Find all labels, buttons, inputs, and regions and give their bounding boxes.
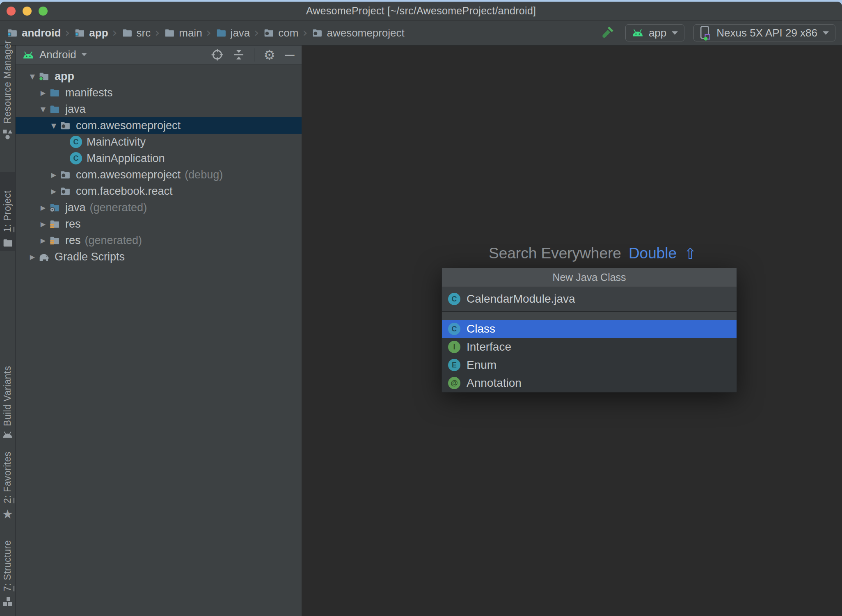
tool-window-tab-project[interactable]: 1: Project <box>0 172 15 251</box>
window-title: AwesomeProject [~/src/AwesomeProject/and… <box>306 5 536 17</box>
kind-list-item[interactable]: E Enum <box>442 356 737 374</box>
breadcrumb-separator-icon: › <box>302 27 307 39</box>
kind-label: Interface <box>467 340 511 354</box>
project-tool-window: Android ⚙ — ▼ app ▶ manifests ▼ java <box>16 46 302 616</box>
close-window-button[interactable] <box>7 7 16 16</box>
folder-module-icon <box>74 27 85 39</box>
tree-row[interactable]: ▶ com.facebook.react <box>16 183 302 199</box>
folder-gray-icon <box>121 27 133 39</box>
resource-manager-icon <box>2 129 13 140</box>
tool-window-stripe: Resource Manager1: ProjectBuild Variants… <box>0 46 16 616</box>
expand-arrow-icon[interactable]: ▶ <box>38 237 48 244</box>
class-name-input[interactable]: C CalendarModule.java <box>442 287 737 312</box>
navigation-bar: android › app › src › main › java › com … <box>0 21 842 46</box>
locate-file-icon[interactable] <box>211 48 224 61</box>
tab-label: 2: Favorites <box>2 452 13 503</box>
run-configuration-dropdown[interactable]: app <box>625 24 684 41</box>
breadcrumb-label: com <box>278 27 298 39</box>
expand-arrow-icon[interactable]: ▼ <box>27 73 38 80</box>
zoom-window-button[interactable] <box>39 7 48 16</box>
folder-app-icon <box>38 70 50 82</box>
tree-row[interactable]: C MainApplication <box>16 150 302 167</box>
project-folder-icon <box>2 237 14 249</box>
tree-row[interactable]: ▶ Gradle Scripts <box>16 249 302 265</box>
expand-arrow-icon[interactable]: ▶ <box>48 187 59 195</box>
run-configuration-label: app <box>649 27 666 39</box>
expand-arrow-icon[interactable]: ▼ <box>38 105 48 113</box>
tree-row[interactable]: C MainActivity <box>16 134 302 150</box>
project-view-selector[interactable]: Android <box>39 48 76 61</box>
package-icon <box>311 27 323 39</box>
kind-list-item[interactable]: C Class <box>442 320 737 338</box>
tree-item-suffix: (generated) <box>85 234 142 247</box>
gear-icon[interactable]: ⚙ <box>263 48 275 62</box>
breadcrumb-item[interactable]: main <box>164 27 202 39</box>
tree-row[interactable]: ▼ com.awesomeproject <box>16 117 302 134</box>
breadcrumb-item[interactable]: awesomeproject <box>311 27 404 39</box>
tree-item-label: res <box>65 234 81 247</box>
collapse-all-icon[interactable] <box>233 48 245 61</box>
tool-window-tab-resource-manager[interactable]: Resource Manager <box>0 51 15 142</box>
tool-window-tab-favorites[interactable]: 2: Favorites★ <box>0 450 15 523</box>
breadcrumb-separator-icon: › <box>206 27 211 39</box>
kind-label: Enum <box>467 358 497 372</box>
tree-item-label: com.facebook.react <box>76 185 173 198</box>
tree-row[interactable]: ▼ java <box>16 101 302 117</box>
tree-item-suffix: (debug) <box>185 169 223 181</box>
hint-text: Search Everywhere <box>489 245 621 262</box>
expand-arrow-icon[interactable]: ▶ <box>38 204 48 212</box>
tree-row[interactable]: ▼ app <box>16 68 302 84</box>
popup-title: New Java Class <box>442 268 737 287</box>
tool-window-tab-structure[interactable]: 7: Structure <box>0 535 15 609</box>
gradle-icon <box>38 251 50 263</box>
folder-module-icon <box>7 27 18 39</box>
tree-row[interactable]: ▶ java (generated) <box>16 199 302 216</box>
kind-list-item[interactable]: I Interface <box>442 338 737 356</box>
expand-arrow-icon[interactable]: ▶ <box>48 171 59 179</box>
breadcrumb-label: main <box>179 27 202 39</box>
expand-arrow-icon[interactable]: ▶ <box>38 220 48 228</box>
breadcrumb-label: src <box>137 27 151 39</box>
package-icon <box>263 27 275 39</box>
breadcrumb-separator-icon: › <box>254 27 259 39</box>
breadcrumb-separator-icon: › <box>155 27 160 39</box>
expand-arrow-icon[interactable]: ▶ <box>38 89 48 97</box>
hide-panel-icon[interactable]: — <box>284 50 295 60</box>
folder-gray-icon <box>164 27 175 39</box>
minimize-window-button[interactable] <box>23 7 32 16</box>
expand-arrow-icon[interactable]: ▶ <box>27 253 38 261</box>
kind-list-item[interactable]: @ Annotation <box>442 374 737 392</box>
device-selector-dropdown[interactable]: Nexus 5X API 29 x86 <box>693 24 835 41</box>
breadcrumb-label: java <box>231 27 250 39</box>
build-hammer-button[interactable] <box>601 25 616 41</box>
panel-header-actions: ⚙ — <box>211 48 295 62</box>
breadcrumb-item[interactable]: android <box>7 27 61 39</box>
tree-row[interactable]: ▶ com.awesomeproject (debug) <box>16 167 302 183</box>
interface-icon: I <box>448 341 460 353</box>
chevron-down-icon[interactable] <box>81 53 87 57</box>
project-tree: ▼ app ▶ manifests ▼ java ▼ com.awesomepr… <box>16 64 302 265</box>
ide-window: AwesomeProject [~/src/AwesomeProject/and… <box>0 2 842 616</box>
tree-row[interactable]: ▶ res (generated) <box>16 232 302 249</box>
tree-row[interactable]: ▶ manifests <box>16 84 302 101</box>
kind-label: Annotation <box>467 376 522 390</box>
window-titlebar[interactable]: AwesomeProject [~/src/AwesomeProject/and… <box>0 2 842 21</box>
package-icon <box>59 169 71 181</box>
tree-item-suffix: (generated) <box>90 201 147 214</box>
chevron-down-icon <box>822 31 829 35</box>
expand-arrow-icon[interactable]: ▼ <box>48 122 59 130</box>
tree-row[interactable]: ▶ res <box>16 216 302 232</box>
popup-divider <box>442 312 737 320</box>
breadcrumb-separator-icon: › <box>112 27 117 39</box>
search-everywhere-hint: Search Everywhere Double ⇧ <box>489 245 696 262</box>
tree-item-label: res <box>65 218 81 230</box>
folder-blue-icon <box>215 27 227 39</box>
breadcrumb-item[interactable]: java <box>215 27 250 39</box>
breadcrumb-item[interactable]: app <box>74 27 108 39</box>
tool-window-tab-build-variants[interactable]: Build Variants <box>0 352 15 441</box>
breadcrumb-item[interactable]: src <box>121 27 151 39</box>
class-name-value: CalendarModule.java <box>467 292 575 306</box>
breadcrumb-item[interactable]: com <box>263 27 298 39</box>
tree-item-label: app <box>55 70 74 83</box>
folder-blue-icon <box>48 87 61 99</box>
